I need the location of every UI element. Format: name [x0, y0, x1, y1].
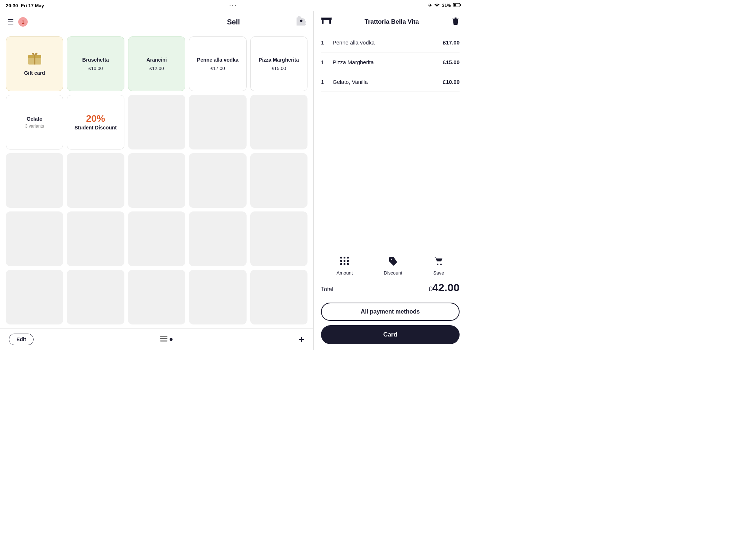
product-name: Penne alla vodka — [197, 57, 239, 63]
product-cell-empty6 — [6, 153, 63, 208]
settings-icon[interactable] — [297, 16, 306, 28]
order-item-name: Pizza Margherita — [330, 59, 443, 65]
action-icons: Amount Discount Save — [314, 250, 467, 279]
main-layout: ☰ 1 Sell Gift cardBruschetta£10.00Aranci… — [0, 11, 467, 350]
action-label-discount: Discount — [384, 270, 402, 276]
order-items-list: 1 Penne alla vodka £17.00 1 Pizza Marghe… — [314, 33, 467, 250]
table-icon — [321, 17, 332, 27]
svg-rect-19 — [344, 260, 345, 262]
page-title: Sell — [197, 18, 270, 26]
top-bar-left: ☰ 1 — [7, 17, 28, 27]
action-discount[interactable]: Discount — [384, 256, 402, 276]
order-item-name: Gelato, Vanilla — [330, 79, 443, 85]
hamburger-icon[interactable]: ☰ — [7, 18, 14, 26]
product-variants: 3 variants — [25, 124, 44, 129]
product-cell-empty5 — [250, 95, 307, 149]
order-item[interactable]: 1 Penne alla vodka £17.00 — [321, 33, 460, 52]
svg-rect-2 — [454, 4, 456, 6]
svg-rect-6 — [160, 336, 167, 337]
product-cell-gelato[interactable]: Gelato3 variants — [6, 95, 63, 149]
svg-rect-13 — [452, 19, 459, 19]
order-item-qty: 1 — [321, 59, 330, 65]
action-save[interactable]: Save — [433, 256, 444, 276]
product-cell-empty3 — [128, 95, 185, 149]
product-cell-pizza[interactable]: Pizza Margherita£15.00 — [250, 36, 307, 91]
svg-rect-20 — [347, 260, 349, 262]
product-price: £17.00 — [210, 66, 225, 71]
svg-rect-12 — [321, 17, 332, 18]
product-price: £10.00 — [88, 66, 103, 71]
product-cell-empty13 — [128, 211, 185, 266]
right-header: Trattoria Bella Vita — [314, 11, 467, 33]
svg-rect-18 — [340, 260, 342, 262]
left-panel: ☰ 1 Sell Gift cardBruschetta£10.00Aranci… — [0, 11, 314, 350]
notification-badge[interactable]: 1 — [18, 17, 28, 27]
product-cell-empty10 — [250, 153, 307, 208]
edit-button[interactable]: Edit — [9, 334, 34, 345]
total-label: Total — [321, 286, 333, 293]
product-price: £12.00 — [150, 66, 164, 71]
product-cell-empty15 — [250, 211, 307, 266]
svg-point-25 — [437, 264, 438, 265]
svg-rect-14 — [454, 18, 457, 19]
product-cell-arancini[interactable]: Arancini£12.00 — [128, 36, 185, 91]
status-time: 20:30 — [6, 3, 18, 8]
bottom-bar: Edit + — [0, 328, 313, 350]
card-button[interactable]: Card — [321, 325, 460, 344]
total-row: Total £42.00 — [314, 279, 467, 300]
svg-rect-23 — [347, 263, 349, 265]
keypad-icon — [340, 256, 349, 268]
battery-icon — [453, 3, 461, 8]
airplane-icon: ✈ — [428, 3, 432, 8]
product-price: £15.00 — [271, 66, 286, 71]
product-name: Pizza Margherita — [259, 57, 299, 63]
order-item-qty: 1 — [321, 39, 330, 46]
product-cell-empty11 — [6, 211, 63, 266]
product-name: Arancini — [146, 57, 167, 63]
page-indicator-dot — [170, 338, 173, 341]
add-button[interactable]: + — [299, 334, 305, 345]
order-item-name: Penne alla vodka — [330, 39, 443, 46]
status-dots: ··· — [229, 3, 237, 8]
status-date: Fri 17 May — [21, 3, 44, 8]
product-name: Gift card — [24, 70, 45, 76]
action-label-save: Save — [433, 270, 444, 276]
product-cell-empty19 — [189, 270, 246, 324]
product-cell-bruschetta[interactable]: Bruschetta£10.00 — [67, 36, 124, 91]
all-payment-methods-button[interactable]: All payment methods — [321, 303, 460, 321]
product-cell-empty14 — [189, 211, 246, 266]
order-item-price: £17.00 — [443, 39, 460, 46]
product-cell-gift-card[interactable]: Gift card — [6, 36, 63, 91]
top-bar: ☰ 1 Sell — [0, 11, 313, 33]
product-cell-empty9 — [189, 153, 246, 208]
status-bar: 20:30 Fri 17 May ··· ✈ 31% — [0, 0, 467, 11]
svg-rect-15 — [340, 257, 342, 258]
product-cell-penne[interactable]: Penne alla vodka£17.00 — [189, 36, 246, 91]
tag-icon — [388, 256, 398, 268]
svg-rect-22 — [344, 263, 345, 265]
product-cell-empty8 — [128, 153, 185, 208]
action-amount[interactable]: Amount — [336, 256, 353, 276]
svg-rect-10 — [322, 20, 324, 24]
product-cell-discount[interactable]: 20%Student Discount — [67, 95, 124, 149]
svg-rect-1 — [460, 4, 461, 6]
product-cell-empty12 — [67, 211, 124, 266]
svg-rect-16 — [344, 257, 345, 258]
bottom-center — [160, 336, 173, 343]
order-item[interactable]: 1 Pizza Margherita £15.00 — [321, 52, 460, 72]
product-cell-empty20 — [250, 270, 307, 324]
product-grid: Gift cardBruschetta£10.00Arancini£12.00P… — [0, 33, 313, 328]
svg-rect-7 — [160, 338, 167, 339]
order-item[interactable]: 1 Gelato, Vanilla £10.00 — [321, 72, 460, 92]
order-item-price: £10.00 — [443, 79, 460, 85]
battery-status: 31% — [442, 3, 451, 8]
restaurant-name: Trattoria Bella Vita — [365, 18, 419, 26]
svg-rect-5 — [34, 55, 35, 65]
svg-rect-9 — [321, 18, 332, 20]
status-left: 20:30 Fri 17 May — [6, 3, 44, 8]
trash-icon[interactable] — [452, 17, 460, 27]
svg-rect-21 — [340, 263, 342, 265]
order-item-qty: 1 — [321, 79, 330, 85]
product-name: Student Discount — [74, 124, 117, 131]
svg-rect-8 — [160, 341, 167, 342]
